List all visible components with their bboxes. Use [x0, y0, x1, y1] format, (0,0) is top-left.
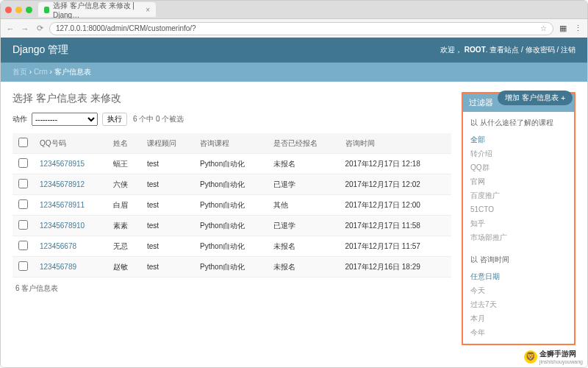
cell-course: Python自动化 — [194, 174, 267, 195]
table-row: 123456789赵敏testPython自动化未报名2017年12月16日 1… — [12, 257, 451, 277]
table-row: 12345678912六侠testPython自动化已退学2017年12月17日… — [12, 174, 451, 195]
cell-signup: 未报名 — [268, 257, 340, 277]
filter-item[interactable]: 百度推广 — [470, 188, 567, 202]
cell-signup: 其他 — [268, 195, 340, 216]
qq-link[interactable]: 123456789 — [40, 263, 76, 271]
filter-item[interactable]: 转介绍 — [470, 146, 567, 160]
view-site-link[interactable]: 查看站点 — [490, 46, 519, 54]
cell-name: 六侠 — [107, 174, 141, 195]
content-area: 选择 客户信息表 来修改 动作 --------- 执行 6 个中 0 个被选 … — [1, 82, 587, 355]
filter-item[interactable]: 本月 — [470, 311, 567, 325]
add-button[interactable]: 增加 客户信息表 + — [498, 91, 573, 105]
cell-time: 2017年12月17日 12:18 — [340, 154, 452, 174]
extension-icon[interactable]: ▦ — [558, 24, 568, 33]
col-name[interactable]: 姓名 — [107, 133, 141, 154]
cell-signup: 已退学 — [268, 216, 340, 236]
maximize-window-button[interactable] — [26, 7, 32, 13]
cell-signup: 未报名 — [268, 236, 340, 257]
breadcrumb-app[interactable]: Crm — [34, 68, 48, 76]
filter-item[interactable]: 51CTO — [470, 202, 567, 216]
cell-course: Python自动化 — [194, 216, 267, 236]
cell-time: 2017年12月16日 18:29 — [340, 257, 452, 277]
admin-header: Django 管理 欢迎， ROOT. 查看站点 / 修改密码 / 注销 — [1, 38, 587, 63]
breadcrumbs: 首页 › Crm › 客户信息表 — [1, 63, 587, 82]
select-all-checkbox[interactable] — [18, 138, 28, 147]
col-advisor[interactable]: 课程顾问 — [141, 133, 194, 154]
page-viewport: Django 管理 欢迎， ROOT. 查看站点 / 修改密码 / 注销 首页 … — [1, 38, 587, 367]
reload-button[interactable]: ⟳ — [35, 24, 45, 33]
cell-course: Python自动化 — [194, 154, 267, 174]
watermark-en: jinshishouyouwang — [539, 359, 583, 364]
cell-signup: 已退学 — [268, 174, 340, 195]
cell-name: 蝠王 — [107, 154, 141, 174]
row-checkbox[interactable] — [18, 220, 28, 230]
action-select[interactable]: --------- — [32, 113, 98, 126]
filter-item[interactable]: 市场部推广 — [470, 230, 567, 244]
filter-heading: 以 咨询时间 — [470, 255, 567, 265]
browser-window: 选择 客户信息表 来修改 | Djang… × ← → ⟳ 127.0.0.1:… — [0, 0, 588, 368]
address-bar: ← → ⟳ 127.0.0.1:8000/admin/CRM/customeri… — [1, 18, 587, 38]
qq-link[interactable]: 12345678915 — [40, 160, 85, 168]
cell-advisor: test — [141, 195, 194, 216]
table-row: 12345678910素素testPython自动化已退学2017年12月17日… — [12, 216, 451, 236]
row-checkbox[interactable] — [18, 261, 28, 271]
table-row: 123456678无忌testPython自动化未报名2017年12月17日 1… — [12, 236, 451, 257]
filter-item[interactable]: QQ群 — [470, 160, 567, 174]
filter-item[interactable]: 任意日期 — [470, 269, 567, 283]
breadcrumb-home[interactable]: 首页 — [12, 68, 27, 76]
cell-name: 赵敏 — [107, 257, 141, 277]
col-time[interactable]: 咨询时间 — [340, 133, 452, 154]
col-qq[interactable]: QQ号码 — [34, 133, 107, 154]
bookmark-icon[interactable]: ☆ — [540, 24, 547, 32]
cell-signup: 未报名 — [268, 154, 340, 174]
watermark-logo-icon: 🦁 — [524, 350, 537, 364]
row-checkbox[interactable] — [18, 241, 28, 250]
cell-name: 白眉 — [107, 195, 141, 216]
col-course[interactable]: 咨询课程 — [194, 133, 267, 154]
close-tab-icon[interactable]: × — [146, 6, 150, 14]
qq-link[interactable]: 123456678 — [40, 242, 76, 250]
filter-panel: 过滤器 以 从什么途径了解的课程全部转介绍QQ群官网百度推广51CTO知乎市场部… — [462, 92, 576, 345]
table-row: 12345678915蝠王testPython自动化未报名2017年12月17日… — [12, 154, 451, 174]
page-title: 选择 客户信息表 来修改 — [12, 92, 451, 105]
cell-time: 2017年12月17日 12:00 — [340, 195, 452, 216]
qq-link[interactable]: 12345678912 — [40, 180, 85, 188]
filter-item[interactable]: 今年 — [470, 325, 567, 339]
filter-group: 以 咨询时间任意日期今天过去7天本月今年 — [463, 249, 574, 344]
cell-advisor: test — [141, 257, 194, 277]
menu-icon[interactable]: ⋮ — [573, 24, 583, 33]
filter-item[interactable]: 知乎 — [470, 216, 567, 230]
filter-heading: 以 从什么途径了解的课程 — [470, 118, 567, 128]
change-password-link[interactable]: 修改密码 — [526, 46, 555, 54]
filter-item[interactable]: 过去7天 — [470, 297, 567, 311]
close-window-button[interactable] — [5, 7, 12, 13]
cell-course: Python自动化 — [194, 195, 267, 216]
url-input[interactable]: 127.0.0.1:8000/admin/CRM/customerinfo/? … — [49, 22, 553, 35]
table-row: 12345678911白眉testPython自动化其他2017年12月17日 … — [12, 195, 451, 216]
logout-link[interactable]: 注销 — [561, 46, 576, 54]
browser-tab[interactable]: 选择 客户信息表 来修改 | Djang… × — [38, 2, 156, 17]
watermark-cn: 金狮手游网 — [539, 350, 576, 358]
back-button[interactable]: ← — [5, 24, 15, 33]
add-button-label: 增加 客户信息表 — [505, 93, 559, 103]
window-controls — [5, 7, 32, 13]
result-count: 6 客户信息表 — [12, 277, 451, 300]
filter-item[interactable]: 官网 — [470, 174, 567, 188]
row-checkbox[interactable] — [18, 199, 28, 209]
qq-link[interactable]: 12345678911 — [40, 201, 85, 209]
go-button[interactable]: 执行 — [102, 113, 127, 126]
cell-advisor: test — [141, 154, 194, 174]
selection-counter: 6 个中 0 个被选 — [133, 114, 184, 124]
row-checkbox[interactable] — [18, 158, 28, 168]
row-checkbox[interactable] — [18, 179, 28, 188]
forward-button[interactable]: → — [20, 24, 30, 33]
cell-name: 素素 — [107, 216, 141, 236]
watermark: 🦁 金狮手游网 jinshishouyouwang — [524, 349, 583, 364]
object-tools: 增加 客户信息表 + — [498, 91, 573, 105]
filter-item[interactable]: 今天 — [470, 283, 567, 297]
minimize-window-button[interactable] — [15, 7, 22, 13]
col-signup[interactable]: 是否已经报名 — [268, 133, 340, 154]
user-tools: 欢迎， ROOT. 查看站点 / 修改密码 / 注销 — [440, 45, 576, 55]
qq-link[interactable]: 12345678910 — [40, 222, 85, 230]
filter-item[interactable]: 全部 — [470, 132, 567, 146]
